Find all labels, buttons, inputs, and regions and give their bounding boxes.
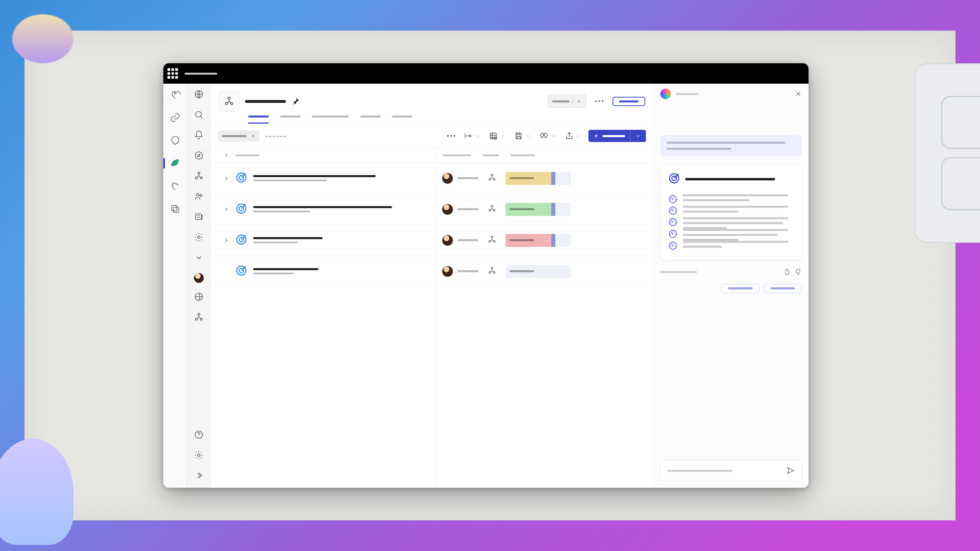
nav-avatar[interactable] xyxy=(194,273,204,283)
svg-point-5 xyxy=(195,152,203,159)
nav-org-icon[interactable] xyxy=(194,171,204,182)
goal-row[interactable] xyxy=(211,256,435,287)
key-result-item[interactable] xyxy=(668,229,794,241)
target-icon xyxy=(235,202,247,216)
key-result-item[interactable] xyxy=(668,217,794,229)
suggestion-1[interactable] xyxy=(721,284,760,293)
goal-row[interactable] xyxy=(211,194,435,225)
team-cell[interactable] xyxy=(488,173,497,184)
tab-4[interactable] xyxy=(360,116,381,124)
svg-point-50 xyxy=(673,210,674,211)
user-prompt-bubble xyxy=(660,135,802,156)
avatar-icon xyxy=(442,266,453,277)
status-cell[interactable] xyxy=(506,265,571,278)
svg-rect-2 xyxy=(172,205,177,211)
svg-point-9 xyxy=(196,193,199,196)
tab-3[interactable] xyxy=(312,116,349,124)
column-status[interactable] xyxy=(510,154,535,156)
app-launcher-icon[interactable] xyxy=(167,68,178,79)
app-window xyxy=(163,63,808,488)
status-cell[interactable] xyxy=(506,203,571,216)
nav-search-icon[interactable] xyxy=(194,110,204,121)
nav-globe2-icon[interactable] xyxy=(194,292,204,303)
tab-2[interactable] xyxy=(280,116,301,124)
owner-cell[interactable] xyxy=(442,204,479,215)
view-dropdown[interactable] xyxy=(548,95,586,108)
status-cell[interactable] xyxy=(506,172,571,185)
nav-org2-icon[interactable] xyxy=(194,312,204,324)
toolbar-more[interactable] xyxy=(446,134,456,138)
chevron-right-icon[interactable] xyxy=(223,237,229,244)
goal-row[interactable] xyxy=(211,225,435,256)
nav-help-icon[interactable] xyxy=(194,430,204,441)
group-header[interactable] xyxy=(211,148,435,163)
header-action-button[interactable] xyxy=(612,97,645,106)
chevron-right-icon[interactable] xyxy=(223,175,229,182)
copilot-input[interactable] xyxy=(660,460,802,481)
suggestion-2[interactable] xyxy=(764,284,802,293)
toolbar-grid[interactable] xyxy=(487,130,507,142)
toolbar-save[interactable] xyxy=(512,130,532,142)
nav-compass-icon[interactable] xyxy=(194,151,204,162)
nav-news-icon[interactable] xyxy=(194,212,204,223)
key-result-item[interactable] xyxy=(668,241,794,252)
thumbs-up-icon[interactable] xyxy=(783,268,791,276)
svg-rect-23 xyxy=(490,133,497,139)
column-owner[interactable] xyxy=(443,154,471,156)
gauge-icon xyxy=(668,194,678,206)
page-title xyxy=(245,100,286,103)
pin-icon[interactable] xyxy=(292,97,300,105)
toolbar-share[interactable] xyxy=(563,130,583,142)
more-button[interactable] xyxy=(592,97,607,105)
goal-row[interactable] xyxy=(211,163,435,194)
gauge-icon xyxy=(668,206,678,217)
page-icon-org xyxy=(219,91,239,111)
avatar-icon xyxy=(442,173,453,184)
column-headers xyxy=(435,148,653,163)
rail-item-shape[interactable] xyxy=(170,135,180,147)
svg-point-0 xyxy=(174,92,176,94)
owner-cell[interactable] xyxy=(442,266,479,277)
close-panel-icon[interactable] xyxy=(795,90,802,98)
nav-expand-icon[interactable] xyxy=(194,471,204,482)
decor-blob-top xyxy=(12,14,74,63)
owner-cell[interactable] xyxy=(442,173,479,184)
team-cell[interactable] xyxy=(488,204,497,215)
copilot-title xyxy=(676,93,699,95)
copilot-panel xyxy=(653,84,808,488)
rail-item-home[interactable] xyxy=(170,89,180,102)
toolbar-copilot[interactable] xyxy=(538,130,557,142)
team-cell[interactable] xyxy=(488,235,497,246)
column-team[interactable] xyxy=(483,154,499,156)
toolbar-outdent[interactable] xyxy=(462,130,481,142)
app-title xyxy=(185,73,217,75)
decor-panel-right xyxy=(915,63,980,243)
status-cell[interactable] xyxy=(506,234,571,247)
team-cell[interactable] xyxy=(488,266,497,277)
rail-item-copy[interactable] xyxy=(170,204,180,216)
tab-5[interactable] xyxy=(392,116,412,124)
goal-row-meta xyxy=(435,194,653,225)
nav-globe-icon[interactable] xyxy=(194,89,204,101)
rail-item-heart[interactable] xyxy=(170,181,180,193)
key-result-item[interactable] xyxy=(668,206,794,217)
svg-rect-1 xyxy=(173,207,178,213)
goal-title xyxy=(253,206,392,212)
add-button[interactable] xyxy=(588,130,646,142)
rail-item-viva[interactable] xyxy=(170,158,180,170)
chevron-right-icon[interactable] xyxy=(223,206,229,213)
send-icon[interactable] xyxy=(786,466,795,475)
suggestions xyxy=(721,284,802,293)
nav-chevron-down-icon[interactable] xyxy=(194,253,204,264)
nav-gear-icon[interactable] xyxy=(194,232,204,244)
owner-cell[interactable] xyxy=(442,235,479,246)
rail-item-link[interactable] xyxy=(170,112,180,124)
thumbs-down-icon[interactable] xyxy=(795,268,802,276)
nav-bell-icon[interactable] xyxy=(194,130,204,142)
nav-people-icon[interactable] xyxy=(194,191,204,203)
tab-1[interactable] xyxy=(248,116,269,124)
nav-settings-icon[interactable] xyxy=(194,450,204,462)
key-result-item[interactable] xyxy=(668,194,794,206)
gauge-icon xyxy=(668,217,678,229)
filter-chip[interactable] xyxy=(218,130,260,142)
